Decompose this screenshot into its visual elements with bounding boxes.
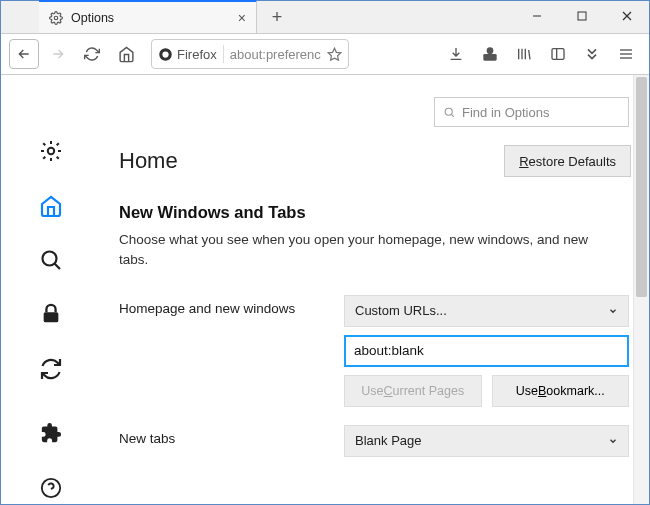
category-search[interactable] [33,244,69,276]
tab-title: Options [71,11,230,25]
svg-point-19 [48,148,54,154]
section-heading: New Windows and Tabs [119,203,631,222]
chevron-down-icon [608,306,618,316]
svg-point-0 [54,16,58,20]
svg-point-6 [162,51,168,57]
svg-rect-14 [552,49,564,60]
category-support[interactable] [33,472,69,504]
new-tab-button[interactable]: + [263,3,291,31]
custom-url-input[interactable] [344,335,629,367]
gear-icon [49,11,63,25]
sidebar-button[interactable] [543,39,573,69]
restore-defaults-button[interactable]: Restore Defaults [504,145,631,177]
svg-line-21 [55,264,61,270]
newtabs-label: New tabs [119,425,314,446]
vertical-scrollbar[interactable] [633,75,649,504]
newtabs-select-value: Blank Page [355,433,422,448]
category-sidebar [1,75,101,504]
content-area: Find in Options Home Restore Defaults Ne… [101,75,649,504]
scrollbar-thumb[interactable] [636,77,647,297]
category-home[interactable] [33,189,69,221]
library-button[interactable] [509,39,539,69]
tab-options[interactable]: Options × [39,0,257,33]
downloads-button[interactable] [441,39,471,69]
window: Options × + Firefox [0,0,650,505]
find-in-options[interactable]: Find in Options [434,97,629,127]
homepage-select-value: Custom URLs... [355,303,447,318]
home-button[interactable] [111,39,141,69]
back-button[interactable] [9,39,39,69]
category-extensions[interactable] [33,417,69,449]
separator [223,45,224,63]
search-icon [443,106,456,119]
svg-rect-22 [44,313,59,323]
overflow-button[interactable] [577,39,607,69]
newtabs-select[interactable]: Blank Page [344,425,629,457]
section-description: Choose what you see when you open your h… [119,230,599,271]
preferences-body: Find in Options Home Restore Defaults Ne… [1,75,649,504]
svg-rect-8 [483,54,496,61]
close-window-button[interactable] [604,1,649,31]
firefox-icon [158,47,173,62]
svg-line-26 [451,114,454,117]
chevron-down-icon [608,436,618,446]
homepage-select[interactable]: Custom URLs... [344,295,629,327]
category-privacy[interactable] [33,298,69,330]
svg-point-20 [43,252,57,266]
page-heading: Home [119,148,504,174]
bookmark-star-icon[interactable] [327,47,342,62]
reload-button[interactable] [77,39,107,69]
minimize-button[interactable] [514,1,559,31]
address-bar[interactable]: Firefox about:preferenc [151,39,349,69]
homepage-label: Homepage and new windows [119,295,314,316]
svg-line-13 [529,50,530,59]
use-current-pages-button[interactable]: Use Current Pages [344,375,482,407]
identity-box[interactable]: Firefox [158,47,217,62]
svg-point-9 [487,47,494,54]
svg-marker-7 [328,48,341,60]
find-placeholder: Find in Options [462,105,549,120]
account-icon[interactable] [475,39,505,69]
use-bookmark-button[interactable]: Use Bookmark... [492,375,630,407]
close-tab-icon[interactable]: × [238,10,246,26]
maximize-button[interactable] [559,1,604,31]
category-sync[interactable] [33,353,69,385]
menu-button[interactable] [611,39,641,69]
window-controls [514,1,649,31]
identity-label: Firefox [177,47,217,62]
url-text: about:preferenc [230,47,321,62]
svg-rect-2 [578,12,586,20]
category-general[interactable] [33,135,69,167]
toolbar: Firefox about:preferenc [1,34,649,75]
tab-strip: Options × + [1,1,649,34]
forward-button[interactable] [43,39,73,69]
